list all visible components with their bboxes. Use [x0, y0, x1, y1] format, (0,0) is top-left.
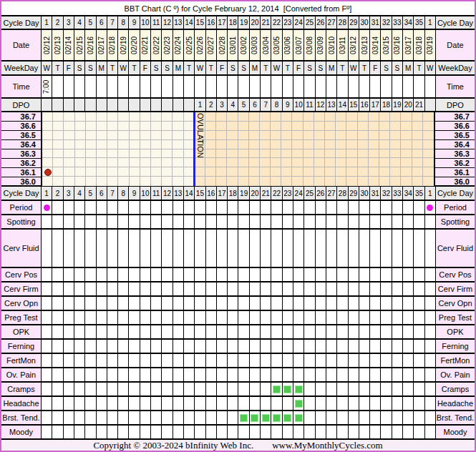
row-label: Headache [435, 397, 475, 410]
temp-grid-cell [130, 131, 140, 140]
symptom-cell [303, 411, 314, 424]
symptom-cell [315, 397, 326, 410]
dpo-cell [107, 99, 117, 111]
cycle-day-cell-text: 1 [428, 19, 432, 26]
date-cell-text: 03/02 [240, 36, 248, 54]
symptom-cell [326, 201, 336, 214]
row-label: Time [435, 76, 475, 97]
time-cell [173, 76, 183, 97]
cycle-day-cell: 28 [336, 16, 347, 29]
temp-grid-cell [118, 149, 129, 159]
row-label: Spotting [435, 215, 475, 228]
cycle-day-cell: 34 [402, 187, 413, 200]
temp-grid-cell [369, 140, 379, 149]
time-cell: 7:00 [41, 76, 52, 97]
cycle-day-cell: 28 [336, 187, 347, 200]
symptom-cell [96, 230, 107, 267]
time-cell [326, 76, 336, 97]
row-label: Cerv Pos [435, 268, 475, 281]
temp-grid-cell [292, 140, 303, 149]
temp-grid-cell [292, 158, 303, 167]
symptom-cell [140, 230, 150, 267]
temp-grid-cell [325, 112, 336, 122]
temp-grid-cell [412, 112, 423, 122]
symptom-cell [194, 325, 205, 338]
temp-grid-cell [238, 167, 249, 177]
dpo-cell: 16 [359, 99, 369, 111]
symptom-cell [205, 201, 216, 214]
dpo-cell-text: 20 [404, 101, 412, 109]
symptom-cell [402, 215, 413, 228]
symptom-cell [359, 354, 369, 367]
symptom-cell [238, 201, 248, 214]
symptom-cell [140, 268, 150, 281]
symptom-cell [260, 354, 271, 367]
cycle-day-cell: 10 [140, 187, 150, 200]
dpo-cell [63, 99, 74, 111]
temp-axis-right: 36.736.636.536.436.336.236.136.0 [435, 112, 475, 186]
cycle-day-cell-text: 27 [328, 19, 336, 26]
cycle-day-cell: 30 [359, 187, 369, 200]
symptom-cell [63, 215, 74, 228]
symptom-cell [392, 411, 402, 424]
temp-grid-cell [64, 149, 74, 159]
symptom-cell [227, 340, 238, 353]
symptom-cell [117, 201, 128, 214]
symptom-cell [282, 411, 293, 424]
symptom-cell [74, 411, 84, 424]
symptom-cell [326, 282, 336, 295]
row-label: Cerv Firm [435, 282, 475, 295]
temp-grid-cell [292, 167, 303, 177]
time-cell [359, 76, 369, 97]
dpo-cell: 6 [249, 99, 260, 111]
symptom-cell [348, 340, 359, 353]
symptom-cell [369, 397, 380, 410]
symptom-cell [282, 383, 293, 396]
symptom-cell [74, 325, 84, 338]
temp-grid-cell [130, 158, 140, 167]
temp-grid-cell [325, 158, 336, 167]
symptom-cell [326, 411, 336, 424]
date-cell: 03/14 [369, 30, 380, 60]
symptom-cell [392, 311, 402, 324]
dpo-cell [96, 99, 107, 111]
footer: Copyright © 2003-2024 bInfinity Web Inc.… [1, 438, 475, 451]
temp-grid-cell [205, 158, 216, 167]
symptom-cell [402, 201, 413, 214]
temp-grid-cell [271, 167, 281, 177]
weekday-cell-text: S [230, 64, 235, 72]
symptom-cell [293, 268, 303, 281]
symptom-cell [84, 397, 95, 410]
symptom-cell [293, 201, 303, 214]
time-cell [282, 76, 293, 97]
temp-grid-cell [249, 122, 260, 131]
cycle-day-cell-text: 16 [207, 19, 215, 26]
cycle-day-cell: 11 [150, 16, 161, 29]
symptom-cell [424, 215, 435, 228]
date-row: Date02/1202/1302/1402/1502/1602/1702/180… [1, 29, 475, 60]
symptom-cell [369, 354, 380, 367]
row-label: Period [1, 201, 41, 214]
symptom-cell [183, 397, 194, 410]
symptom-cell [424, 201, 435, 214]
cycle-day-cell: 24 [293, 16, 303, 29]
symptom-cell [107, 230, 117, 267]
dpo-cell: 21 [413, 99, 424, 111]
time-cell [128, 76, 139, 97]
weekday-cell: F [216, 62, 227, 74]
symptom-cell [326, 397, 336, 410]
temp-grid-cell [64, 177, 74, 186]
symptom-cell [326, 383, 336, 396]
date-cell-text: 02/23 [163, 36, 171, 54]
symptom-cell [227, 354, 238, 367]
symptom-cell [348, 354, 359, 367]
symptom-cell [107, 297, 117, 310]
time-cell [194, 76, 205, 97]
symptom-cell [271, 311, 281, 324]
symptom-cell [161, 215, 172, 228]
symptom-cell [161, 426, 172, 438]
symptom-cell [402, 368, 413, 381]
symptom-cell [303, 268, 314, 281]
row-label: WeekDay [435, 62, 475, 74]
symptom-cell [260, 397, 271, 410]
